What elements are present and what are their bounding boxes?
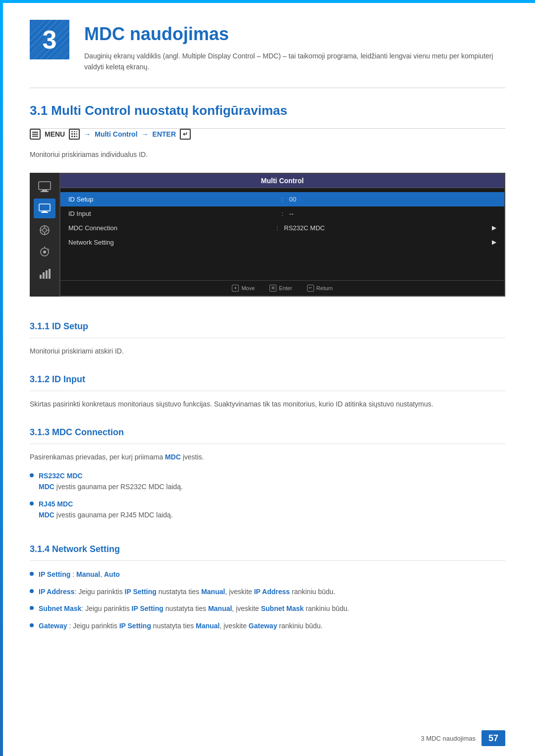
svg-rect-8 <box>41 212 48 213</box>
bullet-dot-rs232c <box>30 473 34 477</box>
footer-return-label: Return <box>317 285 333 291</box>
multi-control-screenshot: Multi Control ID Setup : 00 ID Input : -… <box>30 173 505 297</box>
svg-rect-20 <box>43 272 45 279</box>
footer-enter-label: Enter <box>279 285 292 291</box>
menu-row-network-setting: Network Setting ▶ <box>60 235 504 250</box>
chapter-number-box: 3 <box>30 20 69 59</box>
sidebar-icon-1 <box>34 177 55 197</box>
svg-rect-6 <box>39 204 50 211</box>
footer-return-icon: ↩ <box>307 285 314 292</box>
menu-row-label-mdc-connection: MDC Connection <box>68 224 270 232</box>
menu-arrow-1: → <box>84 130 91 138</box>
svg-rect-5 <box>41 191 49 192</box>
menu-row-value-mdc-connection: RS232C MDC <box>284 224 486 232</box>
footer-enter-btn: ⊞ Enter <box>269 285 292 292</box>
screenshot-sidebar <box>30 173 59 297</box>
section-3-1-body: Monitoriui priskiriamas individualus ID. <box>0 150 535 168</box>
svg-rect-2 <box>32 136 38 137</box>
bullet-dot-ip-setting <box>30 572 34 576</box>
menu-arrow-2: → <box>142 130 149 138</box>
subsection-3-1-1-body: Monitoriui priskiriami atskiri ID. <box>0 346 535 364</box>
list-item-ip-address: IP Address: Jeigu parinktis IP Setting n… <box>30 586 505 597</box>
enter-icon: ↵ <box>180 129 191 140</box>
subsection-3-1-3-divider <box>30 444 505 444</box>
svg-rect-21 <box>46 270 48 279</box>
svg-rect-0 <box>32 132 38 133</box>
bullet-dot-subnet-mask <box>30 606 34 610</box>
enter-label: ENTER <box>153 130 176 138</box>
svg-rect-7 <box>43 211 47 212</box>
menu-icon <box>30 129 41 140</box>
sidebar-icon-3 <box>34 220 55 240</box>
sidebar-icon-4 <box>34 242 55 262</box>
list-item-subnet-mask: Subnet Mask: Jeigu parinktis IP Setting … <box>30 603 505 614</box>
menu-row-arrow-network: ▶ <box>492 239 496 246</box>
chapter-description: Dauginių ekranų valdiklis (angl. Multipl… <box>84 50 505 73</box>
svg-rect-4 <box>42 190 47 191</box>
screenshot-footer: ♦ Move ⊞ Enter ↩ Return <box>60 280 504 296</box>
menu-row-value-id-setup: 00 <box>289 196 496 203</box>
footer-enter-icon: ⊞ <box>269 285 276 292</box>
footer-return-btn: ↩ Return <box>307 285 333 292</box>
page-footer-text: 3 MDC naudojimas <box>421 735 476 742</box>
bullet-dot-rj45 <box>30 502 34 505</box>
menu-row-label-id-setup: ID Setup <box>68 196 275 203</box>
menu-row-label-id-input: ID Input <box>68 210 275 217</box>
sidebar-icon-2 <box>34 199 55 218</box>
chapter-title: MDC naudojimas <box>84 24 505 45</box>
subsection-3-1-1-divider <box>30 338 505 338</box>
sidebar-icon-5 <box>34 264 55 284</box>
footer-move-icon: ♦ <box>232 285 239 292</box>
screenshot-main: Multi Control ID Setup : 00 ID Input : -… <box>59 173 505 297</box>
screenshot-title: Multi Control <box>60 174 504 188</box>
subsection-3-1-1-heading: 3.1.1 ID Setup <box>0 311 535 338</box>
mdc-bold-intro: MDC <box>165 453 181 461</box>
svg-point-10 <box>43 228 47 232</box>
list-item-rs232c-title: RS232C MDC <box>39 470 183 481</box>
network-setting-list: IP Setting : Manual, Auto IP Address: Je… <box>0 569 535 645</box>
bullet-dot-gateway <box>30 623 34 627</box>
menu-row-id-input: ID Input : -- <box>60 206 504 221</box>
left-accent-strip <box>0 0 3 756</box>
list-item-ip-setting: IP Setting : Manual, Auto <box>30 569 505 580</box>
chapter-title-block: MDC naudojimas Dauginių ekranų valdiklis… <box>84 20 505 73</box>
menu-row-sep-1: : <box>281 196 283 203</box>
menu-row-label-network-setting: Network Setting <box>68 239 274 246</box>
subsection-3-1-4-heading: 3.1.4 Network Setting <box>0 534 535 560</box>
chapter-number: 3 <box>43 25 57 54</box>
section-3-1-heading: 3.1 Multi Control nuostatų konfigūravima… <box>0 88 535 128</box>
list-item-rj45-body: MDC įvestis gaunama per RJ45 MDC laidą. <box>39 509 173 520</box>
menu-row-sep-2: : <box>281 210 283 217</box>
subsection-3-1-2-heading: 3.1.2 ID Input <box>0 364 535 391</box>
list-item-rj45-content: RJ45 MDC MDC įvestis gaunama per RJ45 MD… <box>39 499 173 521</box>
page-footer: 3 MDC naudojimas 57 <box>421 730 505 746</box>
mdc-connection-list: RS232C MDC MDC įvestis gaunama per RS232… <box>0 470 535 535</box>
menu-grid-icon <box>69 129 80 140</box>
menu-row-sep-3: : <box>276 224 278 232</box>
top-accent-bar <box>0 0 535 3</box>
subsection-3-1-3-heading: 3.1.3 MDC Connection <box>0 417 535 444</box>
svg-rect-19 <box>40 275 42 279</box>
page-number-badge: 57 <box>482 730 505 746</box>
multi-control-label: Multi Control <box>95 130 137 138</box>
list-item-ip-address-content: IP Address: Jeigu parinktis IP Setting n… <box>39 586 335 597</box>
menu-row-value-id-input: -- <box>289 210 496 217</box>
subsection-3-1-4-divider <box>30 560 505 561</box>
svg-point-16 <box>43 251 46 253</box>
list-item-rj45-title: RJ45 MDC <box>39 499 173 509</box>
list-item-gateway: Gateway : Jeigu parinktis IP Setting nus… <box>30 620 505 631</box>
list-item-rj45: RJ45 MDC MDC įvestis gaunama per RJ45 MD… <box>30 499 505 521</box>
subsection-3-1-3-intro: Pasirenkamas prievadas, per kurį priimam… <box>0 452 535 470</box>
menu-row-arrow-mdc: ▶ <box>492 224 496 231</box>
menu-path: MENU → Multi Control → ENTER ↵ <box>0 129 535 150</box>
list-item-subnet-mask-content: Subnet Mask: Jeigu parinktis IP Setting … <box>39 603 349 614</box>
svg-rect-22 <box>49 269 51 279</box>
footer-move-btn: ♦ Move <box>232 285 255 292</box>
subsection-3-1-2-divider <box>30 391 505 391</box>
svg-rect-1 <box>32 134 38 135</box>
menu-label: MENU <box>45 130 65 138</box>
list-item-rs232c: RS232C MDC MDC įvestis gaunama per RS232… <box>30 470 505 493</box>
list-item-rs232c-body: MDC įvestis gaunama per RS232C MDC laidą… <box>39 481 183 492</box>
list-item-rs232c-content: RS232C MDC MDC įvestis gaunama per RS232… <box>39 470 183 493</box>
screenshot-content: ID Setup : 00 ID Input : -- MDC Connecti… <box>60 188 504 278</box>
